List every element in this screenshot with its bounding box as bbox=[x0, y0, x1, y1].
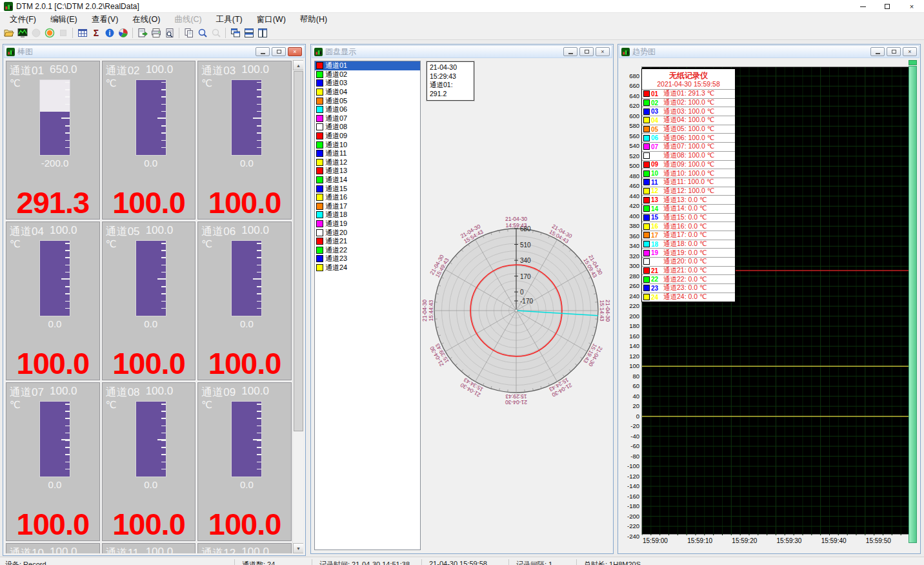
window-icon bbox=[6, 48, 15, 56]
record-icon[interactable] bbox=[43, 26, 56, 39]
channel-list-item[interactable]: 通道19 bbox=[315, 220, 420, 229]
export-icon[interactable] bbox=[136, 26, 149, 39]
tile-horizontal-icon[interactable] bbox=[242, 26, 256, 39]
gauge-mid-tick bbox=[157, 278, 166, 280]
realtime-display-icon[interactable] bbox=[15, 26, 29, 39]
legend-rows: 01通道01: 291.3 ℃02通道02: 100.0 ℃03通道03: 10… bbox=[642, 89, 735, 302]
channel-list-item[interactable]: 通道02 bbox=[315, 70, 420, 79]
channel-list-item[interactable]: 通道21 bbox=[315, 237, 420, 246]
legend-channel-number: 21 bbox=[651, 267, 661, 274]
menu-item-edit[interactable]: 编辑(E) bbox=[43, 13, 85, 26]
legend-color-swatch bbox=[643, 276, 650, 283]
channel-list-item[interactable]: 通道23 bbox=[315, 254, 420, 263]
gauge-bar bbox=[136, 79, 166, 156]
menu-item-help[interactable]: 帮助(H) bbox=[293, 13, 334, 26]
menu-item-window[interactable]: 窗口(W) bbox=[250, 13, 293, 26]
close-icon[interactable]: × bbox=[288, 47, 302, 56]
bar-gauge-cell: 通道07100.0℃0.0100.0 bbox=[6, 382, 100, 541]
gauge-channel-name: 通道09 bbox=[201, 385, 237, 400]
scrollbar-thumb[interactable] bbox=[294, 71, 303, 431]
gauge-value: 291.3 bbox=[6, 187, 99, 218]
open-file-icon[interactable] bbox=[2, 26, 15, 39]
channel-list-item[interactable]: 通道17 bbox=[315, 202, 420, 211]
channel-list-label: 通道24 bbox=[325, 263, 347, 272]
minimize-button[interactable] bbox=[870, 47, 885, 56]
menu-item-online[interactable]: 在线(O) bbox=[125, 13, 167, 26]
channel-list-item[interactable]: 通道09 bbox=[315, 132, 420, 141]
channel-color-swatch bbox=[316, 132, 323, 139]
statistics-sigma-icon[interactable]: Σ bbox=[89, 26, 103, 39]
gauge-mid-tick bbox=[253, 439, 261, 440]
status-bar: 设备: Record通道数: 24记录时间: 21-04-30 14:51:38… bbox=[0, 557, 924, 565]
channel-list-item[interactable]: 通道06 bbox=[315, 105, 420, 114]
channel-list-item[interactable]: 通道18 bbox=[315, 211, 420, 220]
svg-text:170: 170 bbox=[520, 273, 531, 280]
gauge-channel-name: 通道06 bbox=[201, 224, 237, 239]
trend-scrollbar-top[interactable] bbox=[909, 60, 917, 65]
minimize-button[interactable] bbox=[850, 0, 875, 13]
channel-list-item[interactable]: 通道14 bbox=[315, 176, 420, 185]
channel-list-item[interactable]: 通道07 bbox=[315, 114, 420, 123]
y-axis-label: -160 bbox=[621, 493, 639, 500]
channel-color-swatch bbox=[316, 167, 323, 174]
close-button[interactable]: × bbox=[899, 0, 924, 13]
zoom-disabled-icon bbox=[209, 26, 223, 39]
close-icon[interactable]: × bbox=[596, 47, 610, 56]
minimize-button[interactable] bbox=[563, 47, 578, 56]
legend-channel-number: 06 bbox=[651, 134, 661, 141]
bar-gauge-cell: 通道03100.0℃0.0100.0 bbox=[197, 61, 292, 220]
channel-list-item[interactable]: 通道04 bbox=[315, 88, 420, 97]
status-separator bbox=[576, 559, 577, 565]
data-table-icon[interactable] bbox=[75, 26, 89, 39]
legend-color-swatch bbox=[643, 241, 650, 247]
channel-list-item[interactable]: 通道22 bbox=[315, 245, 420, 254]
tile-vertical-icon[interactable] bbox=[256, 26, 269, 39]
gauge-value: 100.0 bbox=[103, 187, 196, 218]
toolbar: Σi bbox=[0, 26, 924, 40]
trend-scrollbar[interactable] bbox=[909, 66, 917, 543]
maximize-button[interactable] bbox=[887, 47, 901, 56]
channel-color-swatch bbox=[316, 79, 323, 87]
info-icon[interactable]: i bbox=[103, 26, 116, 39]
legend-channel-number: 09 bbox=[651, 161, 661, 168]
gauge-value: 100.0 bbox=[103, 348, 196, 378]
channel-list-item[interactable]: 通道03 bbox=[315, 79, 420, 88]
legend-channel-value: 通道16: 0.0 ℃ bbox=[663, 222, 707, 231]
menu-item-view[interactable]: 查看(V) bbox=[85, 13, 126, 26]
gauge-channel-name: 通道07 bbox=[10, 385, 45, 400]
channel-color-swatch bbox=[316, 203, 323, 210]
copy-icon[interactable] bbox=[182, 26, 196, 39]
channel-list-item[interactable]: 通道05 bbox=[315, 96, 420, 105]
menu-item-file[interactable]: 文件(F) bbox=[3, 13, 43, 26]
scroll-down-icon[interactable]: ▼ bbox=[293, 543, 303, 553]
channel-list-item[interactable]: 通道08 bbox=[315, 123, 420, 132]
pie-chart-icon[interactable] bbox=[116, 26, 130, 39]
channel-list-item[interactable]: 通道01 bbox=[315, 61, 420, 70]
zoom-icon[interactable] bbox=[196, 26, 209, 39]
channel-list-item[interactable]: 通道16 bbox=[315, 193, 420, 202]
channel-list-item[interactable]: 通道12 bbox=[315, 158, 420, 167]
channel-list-item[interactable]: 通道24 bbox=[315, 263, 420, 272]
legend-channel-number: 05 bbox=[651, 126, 661, 133]
maximize-button[interactable] bbox=[579, 47, 594, 56]
bar-gauge-cell: 通道02100.0℃0.0100.0 bbox=[102, 61, 196, 220]
maximize-button[interactable] bbox=[875, 0, 899, 13]
gauge-mid-tick bbox=[253, 118, 261, 119]
channel-list-item[interactable]: 通道13 bbox=[315, 167, 420, 176]
channel-color-swatch bbox=[316, 211, 323, 218]
channel-list-item[interactable]: 通道20 bbox=[315, 228, 420, 237]
channel-list-item[interactable]: 通道15 bbox=[315, 184, 420, 193]
scrollbar[interactable]: ▲ ▼ bbox=[292, 60, 303, 553]
menu-item-tools[interactable]: 工具(T) bbox=[209, 13, 250, 26]
svg-text:21-04-3014:59:43: 21-04-3014:59:43 bbox=[505, 216, 527, 229]
channel-list-item[interactable]: 通道10 bbox=[315, 140, 420, 149]
gauge-bar bbox=[39, 401, 70, 477]
maximize-button[interactable] bbox=[272, 47, 286, 56]
cascade-windows-icon[interactable] bbox=[228, 26, 242, 39]
channel-list-item[interactable]: 通道11 bbox=[315, 149, 420, 158]
print-preview-icon[interactable] bbox=[163, 26, 176, 39]
close-icon[interactable]: × bbox=[903, 47, 917, 56]
minimize-button[interactable] bbox=[256, 47, 270, 56]
print-icon[interactable] bbox=[149, 26, 163, 39]
scroll-up-icon[interactable]: ▲ bbox=[293, 60, 303, 70]
